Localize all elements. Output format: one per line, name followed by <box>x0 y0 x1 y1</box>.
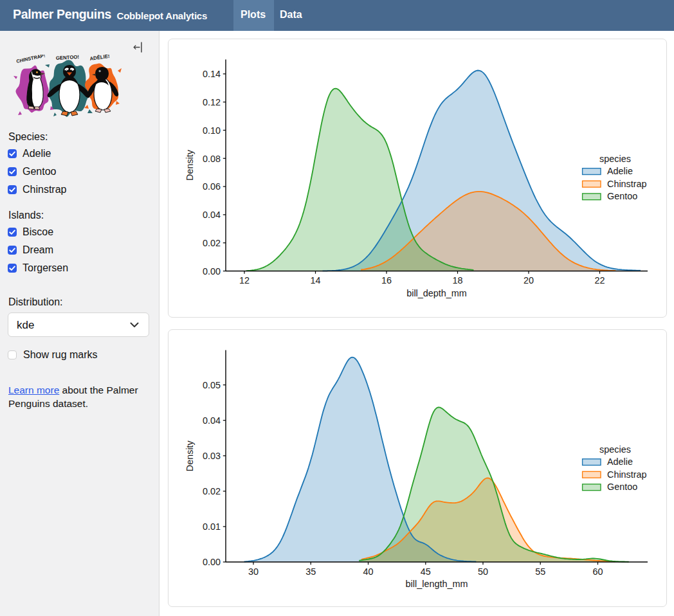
svg-text:55: 55 <box>535 566 545 577</box>
svg-text:0.01: 0.01 <box>203 521 221 532</box>
svg-text:0.04: 0.04 <box>203 210 221 220</box>
svg-text:45: 45 <box>421 566 431 577</box>
svg-text:14: 14 <box>310 275 320 285</box>
svg-text:40: 40 <box>363 566 373 577</box>
svg-text:0.05: 0.05 <box>203 380 221 390</box>
svg-text:60: 60 <box>592 566 603 577</box>
svg-text:18: 18 <box>452 275 462 285</box>
svg-text:0.00: 0.00 <box>203 557 221 567</box>
svg-text:12: 12 <box>239 275 250 285</box>
svg-text:CHINSTRAP!: CHINSTRAP! <box>16 55 46 64</box>
svg-text:Chinstrap: Chinstrap <box>607 179 647 189</box>
svg-text:0.08: 0.08 <box>203 154 221 164</box>
svg-text:0.03: 0.03 <box>203 451 221 461</box>
svg-text:bill_length_mm: bill_length_mm <box>406 579 468 589</box>
svg-text:35: 35 <box>305 566 316 577</box>
svg-text:Gentoo: Gentoo <box>607 191 637 201</box>
svg-text:50: 50 <box>478 566 488 577</box>
svg-text:0.04: 0.04 <box>203 415 221 426</box>
svg-text:30: 30 <box>248 566 259 577</box>
svg-text:Adelie: Adelie <box>607 166 633 176</box>
svg-text:Density: Density <box>185 440 195 471</box>
svg-text:16: 16 <box>381 275 392 285</box>
svg-text:0.10: 0.10 <box>203 125 221 136</box>
svg-text:0.02: 0.02 <box>203 486 221 496</box>
svg-text:Density: Density <box>185 149 195 181</box>
svg-text:Gentoo: Gentoo <box>607 482 637 492</box>
svg-text:Chinstrap: Chinstrap <box>607 469 647 480</box>
svg-text:0.06: 0.06 <box>203 181 221 192</box>
svg-text:species: species <box>599 444 631 455</box>
svg-text:Adelie: Adelie <box>607 457 633 467</box>
svg-text:20: 20 <box>524 275 534 285</box>
svg-text:22: 22 <box>594 275 605 285</box>
svg-text:0.12: 0.12 <box>203 97 221 107</box>
svg-text:0.02: 0.02 <box>203 238 221 248</box>
svg-text:species: species <box>599 154 631 164</box>
svg-text:ADĒLIE!: ADĒLIE! <box>89 55 110 62</box>
svg-text:0.00: 0.00 <box>203 266 221 276</box>
svg-text:bill_depth_mm: bill_depth_mm <box>406 288 467 298</box>
svg-text:0.14: 0.14 <box>203 69 221 79</box>
svg-text:GENTOO!: GENTOO! <box>56 55 80 61</box>
